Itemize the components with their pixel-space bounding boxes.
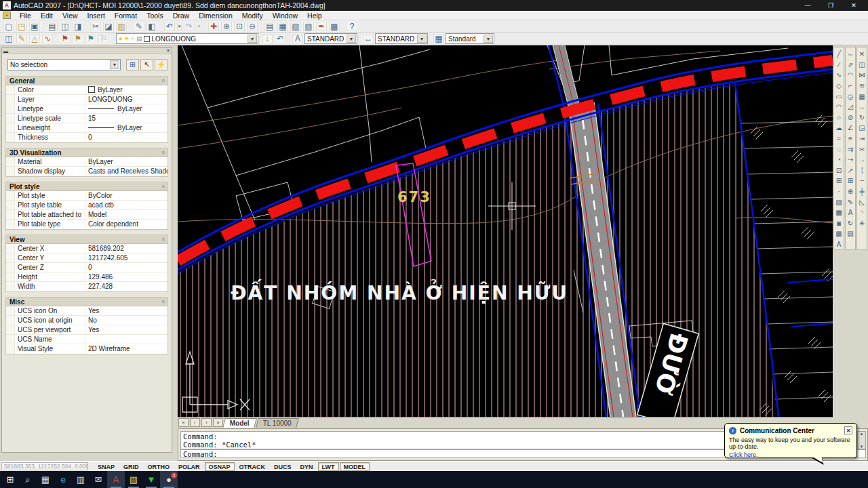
collapse-chevron-icon[interactable]: « (159, 237, 166, 241)
toolbar-button[interactable]: ▾ (196, 21, 202, 32)
taskbar-button[interactable]: ▦ (37, 471, 54, 488)
palette-tool-button[interactable]: ↖ (140, 59, 153, 70)
toolbar-button[interactable]: ⊡ (233, 21, 245, 32)
toolbar-button[interactable]: ↷ (183, 21, 195, 32)
layer-state-icon[interactable]: ☀ (123, 35, 129, 42)
side-tool-button[interactable]: ☁ (834, 123, 844, 134)
toolbar-button[interactable]: ▨ (302, 21, 315, 32)
property-row[interactable]: Shadow displayCasts and Receives Shadows (6, 167, 167, 176)
balloon-close-icon[interactable]: ✕ (844, 426, 852, 434)
side-tool-button[interactable]: ╎ (857, 165, 867, 176)
drawing-canvas[interactable]: 673 ĐẤT NHÓM NHÀ Ở HIỆN HỮU ĐƯỜ (178, 45, 833, 417)
taskbar-button[interactable]: ⊞ (1, 471, 19, 488)
side-tool-button[interactable]: ○ (834, 113, 844, 123)
property-row[interactable]: LayerLONGDUONG (6, 95, 167, 104)
status-toggle-button[interactable]: ORTHO (144, 462, 174, 471)
toolbar-button[interactable]: ▣ (28, 21, 41, 32)
property-row[interactable]: LineweightByLayer (6, 123, 167, 133)
toolbar-button[interactable]: ▤ (46, 21, 58, 32)
window-control-button[interactable]: — (796, 0, 819, 11)
layer-tool-button[interactable]: ◫ (3, 33, 15, 44)
window-control-button[interactable]: ❐ (819, 0, 842, 11)
toolbar-button[interactable]: ✒ (315, 21, 328, 32)
side-tool-button[interactable]: A (846, 207, 855, 218)
side-tool-button[interactable]: ◫ (857, 60, 867, 70)
menu-item[interactable]: Draw (168, 11, 195, 20)
menu-item[interactable]: Dimension (194, 11, 237, 20)
side-tool-button[interactable]: ⋈ (857, 70, 867, 81)
side-tool-button[interactable]: ⊞ (846, 176, 855, 186)
dim-style-icon[interactable]: ↔ (362, 33, 374, 44)
toolbar-button[interactable]: ◨ (72, 21, 84, 32)
property-row[interactable]: UCS Name (6, 335, 167, 344)
side-tool-button[interactable]: ◠ (834, 102, 844, 113)
status-toggle-button[interactable]: OSNAP (205, 462, 235, 471)
layer-state-icon[interactable]: ▤ (136, 35, 142, 42)
taskbar-button[interactable]: ▥ (72, 471, 90, 488)
property-row[interactable]: Width227.428 (6, 282, 167, 291)
layer-tool-button[interactable]: △ (28, 33, 41, 44)
layer-tool-button[interactable]: ⚑ (59, 33, 71, 44)
side-tool-button[interactable]: ✂ (857, 144, 867, 155)
side-tool-button[interactable]: A (834, 239, 844, 250)
tab-nav-button[interactable]: « (178, 418, 189, 427)
property-row[interactable]: UCS per viewportYes (6, 325, 167, 335)
side-tool-button[interactable]: ╪ (857, 186, 867, 197)
property-row[interactable]: Plot table typeColor dependent (6, 220, 167, 229)
side-tool-button[interactable]: ↻ (857, 113, 867, 123)
layer-state-icon[interactable]: ● (119, 35, 122, 42)
chevron-down-icon[interactable]: ▼ (248, 35, 257, 43)
chevron-down-icon[interactable]: ▼ (110, 60, 119, 69)
side-tool-button[interactable]: ◌ (834, 144, 844, 155)
property-row[interactable]: Center Z0 (6, 263, 167, 272)
layout-tab[interactable]: Model (222, 418, 256, 428)
toolbar-button[interactable]: ⊕ (220, 21, 233, 32)
toolbar-button[interactable]: ✚ (208, 21, 220, 32)
taskbar-button[interactable]: ▨ (125, 471, 142, 488)
tab-nav-button[interactable]: › (201, 418, 212, 427)
property-row[interactable]: Plot table attached toModel (6, 210, 167, 220)
tab-nav-button[interactable]: ‹ (190, 418, 200, 427)
taskbar-button[interactable]: ▼ (142, 471, 160, 488)
property-row[interactable]: Plot styleByColor (6, 191, 167, 201)
collapse-chevron-icon[interactable]: « (159, 184, 166, 188)
property-row[interactable]: MaterialByLayer (6, 157, 167, 167)
table-style-dropdown[interactable]: Standard ▼ (446, 33, 494, 44)
menu-item[interactable]: Window (268, 11, 302, 20)
property-row[interactable]: Thickness0 (6, 133, 167, 142)
document-icon[interactable]: ≡ (3, 12, 11, 19)
layer-state-icon[interactable]: ∩ (131, 35, 135, 42)
menu-item[interactable]: Modify (237, 11, 268, 20)
toolbar-button[interactable]: ◧ (146, 21, 158, 32)
toolbar-button[interactable]: ◫ (59, 21, 71, 32)
side-tool-button[interactable]: ◔ (834, 155, 844, 165)
palette-tool-button[interactable]: ⚡ (155, 59, 167, 70)
side-tool-button[interactable]: ≈ (834, 134, 844, 144)
taskbar-button[interactable]: A (107, 471, 125, 488)
menu-item[interactable]: Help (302, 11, 327, 20)
taskbar-button[interactable]: e (54, 471, 72, 488)
side-tool-button[interactable]: ✳ (857, 218, 867, 229)
side-tool-button[interactable]: ↻ (846, 218, 855, 229)
toolbar-button[interactable]: ▤ (264, 21, 276, 32)
toolbar-button[interactable]: ▦ (277, 21, 289, 32)
side-tool-button[interactable]: ◠ (846, 70, 855, 81)
status-toggle-button[interactable]: OTRACK (235, 462, 270, 471)
selection-dropdown[interactable]: No selection ▼ (7, 59, 121, 70)
palette-tool-button[interactable]: ⊞ (126, 59, 139, 70)
taskbar-button[interactable]: ✉ (90, 471, 107, 488)
side-tool-button[interactable]: ⇢ (846, 155, 855, 165)
collapse-chevron-icon[interactable]: « (159, 150, 166, 154)
side-tool-button[interactable]: ▩ (834, 207, 844, 218)
side-tool-button[interactable]: ∠ (846, 123, 855, 134)
side-tool-button[interactable]: → (857, 155, 867, 165)
property-row[interactable]: ColorByLayer (6, 85, 167, 95)
side-tool-button[interactable]: ◶ (846, 91, 855, 102)
side-tool-button[interactable]: ↗ (846, 165, 855, 176)
status-toggle-button[interactable]: LWT (318, 462, 339, 471)
collapse-chevron-icon[interactable]: « (159, 300, 166, 303)
toolbar-button[interactable]: ? (346, 21, 358, 32)
chevron-down-icon[interactable]: ▼ (484, 35, 493, 43)
layer-tool-button[interactable]: ⚑ (85, 33, 97, 44)
text-style-icon[interactable]: A (292, 33, 304, 44)
